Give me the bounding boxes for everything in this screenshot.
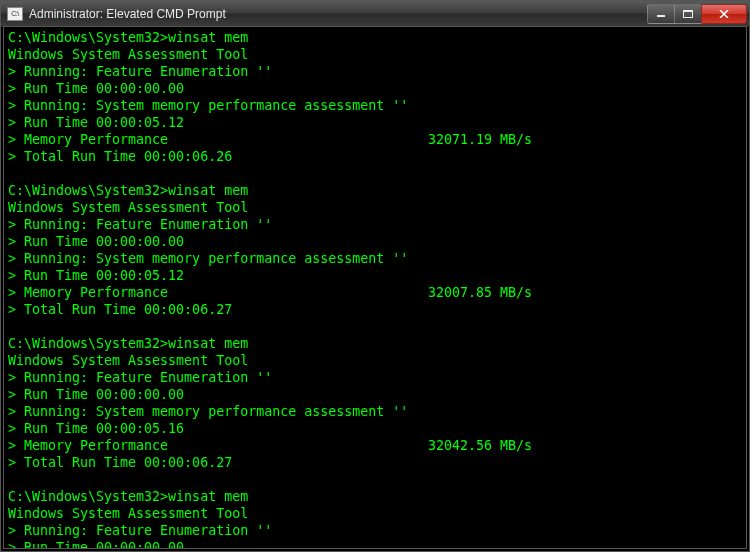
memory-performance-value: 32007.85 MB/s <box>428 284 532 301</box>
blank-line <box>8 318 742 335</box>
svg-rect-2 <box>683 10 693 12</box>
window-title: Administrator: Elevated CMD Prompt <box>29 7 648 21</box>
maximize-button[interactable] <box>674 4 702 24</box>
memory-performance-label: > Memory Performance <box>8 284 428 301</box>
close-button[interactable] <box>701 4 747 24</box>
terminal-line: > Running: System memory performance ass… <box>8 250 742 267</box>
total-run-time-line: > Total Run Time 00:00:06.27 <box>8 301 742 318</box>
terminal-line: > Running: Feature Enumeration '' <box>8 63 742 80</box>
winsat-run-block: C:\Windows\System32>winsat memWindows Sy… <box>8 29 742 165</box>
terminal-viewport[interactable]: C:\Windows\System32>winsat memWindows Sy… <box>3 26 747 549</box>
cmd-icon: C:\ <box>7 7 23 21</box>
blank-line <box>8 471 742 488</box>
memory-performance-value: 32071.19 MB/s <box>428 131 532 148</box>
memory-performance-line: > Memory Performance32071.19 MB/s <box>8 131 742 148</box>
terminal-line: > Run Time 00:00:00.00 <box>8 539 742 549</box>
winsat-run-block: C:\Windows\System32>winsat memWindows Sy… <box>8 488 742 549</box>
window-controls <box>648 4 747 24</box>
winsat-run-block: C:\Windows\System32>winsat memWindows Sy… <box>8 182 742 318</box>
terminal-line: > Running: System memory performance ass… <box>8 403 742 420</box>
memory-performance-line: > Memory Performance32007.85 MB/s <box>8 284 742 301</box>
terminal-line: > Run Time 00:00:05.16 <box>8 420 742 437</box>
blank-line <box>8 165 742 182</box>
terminal-line: C:\Windows\System32>winsat mem <box>8 335 742 352</box>
svg-rect-0 <box>657 15 665 17</box>
terminal-line: C:\Windows\System32>winsat mem <box>8 29 742 46</box>
minimize-button[interactable] <box>647 4 675 24</box>
total-run-time-line: > Total Run Time 00:00:06.26 <box>8 148 742 165</box>
terminal-line: > Run Time 00:00:05.12 <box>8 114 742 131</box>
terminal-line: > Running: Feature Enumeration '' <box>8 522 742 539</box>
memory-performance-line: > Memory Performance32042.56 MB/s <box>8 437 742 454</box>
terminal-output: C:\Windows\System32>winsat memWindows Sy… <box>8 29 742 549</box>
winsat-run-block: C:\Windows\System32>winsat memWindows Sy… <box>8 335 742 471</box>
memory-performance-label: > Memory Performance <box>8 437 428 454</box>
memory-performance-label: > Memory Performance <box>8 131 428 148</box>
titlebar[interactable]: C:\ Administrator: Elevated CMD Prompt <box>1 1 749 27</box>
memory-performance-value: 32042.56 MB/s <box>428 437 532 454</box>
terminal-line: > Running: System memory performance ass… <box>8 97 742 114</box>
terminal-line: > Running: Feature Enumeration '' <box>8 369 742 386</box>
terminal-line: > Running: Feature Enumeration '' <box>8 216 742 233</box>
terminal-line: > Run Time 00:00:00.00 <box>8 386 742 403</box>
terminal-line: > Run Time 00:00:00.00 <box>8 80 742 97</box>
terminal-line: Windows System Assessment Tool <box>8 199 742 216</box>
terminal-line: Windows System Assessment Tool <box>8 505 742 522</box>
terminal-line: C:\Windows\System32>winsat mem <box>8 488 742 505</box>
terminal-line: > Run Time 00:00:00.00 <box>8 233 742 250</box>
total-run-time-line: > Total Run Time 00:00:06.27 <box>8 454 742 471</box>
terminal-line: Windows System Assessment Tool <box>8 46 742 63</box>
terminal-line: > Run Time 00:00:05.12 <box>8 267 742 284</box>
terminal-line: Windows System Assessment Tool <box>8 352 742 369</box>
terminal-line: C:\Windows\System32>winsat mem <box>8 182 742 199</box>
